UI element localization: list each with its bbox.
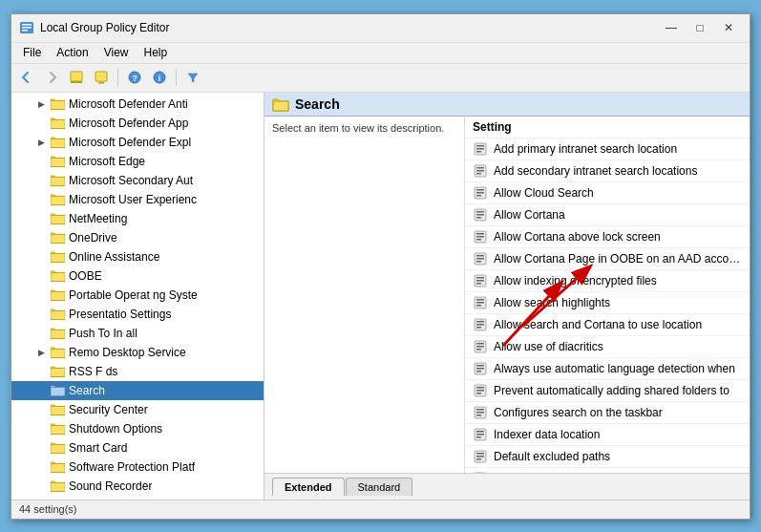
menu-help[interactable]: Help — [137, 44, 176, 61]
setting-policy-icon — [473, 405, 488, 420]
setting-row-allow-indexing[interactable]: Allow indexing of encrypted files — [465, 270, 750, 292]
tree-item-search[interactable]: Search — [11, 381, 264, 400]
svg-rect-19 — [476, 173, 481, 175]
panel-header: Search — [264, 93, 750, 117]
tree-item-presentation[interactable]: Presentatio Settings — [11, 305, 264, 324]
tree-item-remote-desktop[interactable]: ▶Remo Desktop Service — [11, 343, 264, 362]
setting-row-allow-search-cortana[interactable]: Allow search and Cortana to use location — [465, 314, 750, 336]
menu-action[interactable]: Action — [49, 44, 95, 61]
properties-button[interactable] — [90, 66, 113, 89]
tree-item-ms-secondary-aut[interactable]: Microsoft Secondary Aut — [11, 171, 264, 190]
setting-policy-icon — [473, 273, 488, 288]
settings-pane[interactable]: Setting Add primary intranet search loca… — [465, 117, 750, 473]
setting-row-prevent-auto-share[interactable]: Prevent automatically adding shared fold… — [465, 380, 750, 402]
svg-rect-34 — [476, 258, 484, 260]
tab-extended[interactable]: Extended — [272, 478, 345, 496]
setting-row-allow-search-highlights[interactable]: Allow search highlights — [465, 292, 750, 314]
description-text: Select an item to view its description. — [272, 122, 444, 134]
minimize-button[interactable]: — — [658, 17, 685, 38]
tree-label: OOBE — [69, 269, 102, 283]
setting-row-indexer-data[interactable]: Indexer data location — [465, 424, 750, 446]
menu-bar: File Action View Help — [11, 43, 750, 64]
setting-row-configure-search[interactable]: Configures search on the taskbar — [465, 402, 750, 424]
main-window: Local Group Policy Editor — □ ✕ File Act… — [11, 13, 750, 520]
tab-area: Extended Standard — [272, 478, 412, 496]
folder-icon — [50, 193, 65, 206]
tree-item-ms-user-experie[interactable]: Microsoft User Experienc — [11, 190, 264, 209]
tree-item-onedrive[interactable]: OneDrive — [11, 228, 264, 247]
tree-label: Push To In all — [69, 327, 137, 340]
maximize-button[interactable]: □ — [687, 17, 713, 38]
tree-item-security-center[interactable]: Security Center — [11, 400, 264, 419]
folder-icon — [50, 288, 65, 302]
svg-rect-25 — [476, 211, 484, 213]
setting-label: Allow search and Cortana to use location — [494, 318, 702, 331]
svg-rect-49 — [476, 343, 484, 345]
tree-item-push-to-install[interactable]: Push To In all — [11, 324, 264, 343]
menu-file[interactable]: File — [15, 44, 49, 61]
description-pane: Select an item to view its description. — [264, 117, 465, 473]
tree-item-ms-defender-app[interactable]: Microsoft Defender App — [11, 114, 264, 133]
folder-icon — [50, 250, 65, 264]
setting-policy-icon — [473, 295, 488, 310]
setting-row-add-primary[interactable]: Add primary intranet search location — [465, 138, 750, 160]
svg-text:i: i — [159, 74, 161, 83]
svg-rect-13 — [476, 145, 484, 147]
tree-item-ms-edge[interactable]: Microsoft Edge — [11, 152, 264, 171]
tree-item-rss-feeds[interactable]: RSS F ds — [11, 362, 264, 381]
tree-item-ms-defender-anti[interactable]: ▶Microsoft Defender Anti — [11, 95, 264, 114]
svg-rect-54 — [476, 368, 484, 370]
svg-rect-23 — [476, 195, 481, 197]
tree-item-online-assistance[interactable]: Online Assistance — [11, 247, 264, 266]
filter-button[interactable] — [181, 66, 204, 89]
tree-item-smart-card[interactable]: Smart Card — [11, 438, 264, 458]
setting-policy-icon — [473, 251, 488, 266]
tab-standard[interactable]: Standard — [346, 478, 413, 496]
svg-rect-14 — [476, 148, 484, 150]
tree-label: Smart Card — [69, 441, 127, 455]
close-button[interactable]: ✕ — [715, 17, 742, 38]
folder-icon — [50, 231, 65, 245]
setting-row-add-secondary[interactable]: Add secondary intranet search locations — [465, 160, 750, 182]
tree-item-ms-defender-expl[interactable]: ▶Microsoft Defender Expl — [11, 133, 264, 152]
settings-column-header: Setting — [465, 117, 750, 138]
up-button[interactable] — [65, 66, 88, 89]
main-content: ▶Microsoft Defender AntiMicrosoft Defend… — [11, 93, 750, 500]
menu-view[interactable]: View — [96, 44, 137, 61]
tree-item-sound-recorder[interactable]: Sound Recorder — [11, 477, 264, 496]
title-bar: Local Group Policy Editor — □ ✕ — [11, 14, 750, 43]
setting-label: Allow Cortana above lock screen — [494, 230, 661, 244]
back-button[interactable] — [15, 66, 38, 89]
svg-rect-1 — [22, 24, 32, 26]
svg-rect-37 — [476, 277, 484, 279]
tree-item-portable-operat[interactable]: Portable Operat ng Syste — [11, 286, 264, 305]
expand-icon: ▶ — [38, 138, 50, 147]
tree-item-netmeeting[interactable]: NetMeeting — [11, 209, 264, 228]
setting-row-default-indexed[interactable]: Default indexed paths — [465, 468, 750, 473]
svg-rect-70 — [476, 456, 484, 458]
tree-item-oobe[interactable]: OOBE — [11, 266, 264, 286]
tree-area[interactable]: ▶Microsoft Defender AntiMicrosoft Defend… — [11, 93, 264, 500]
svg-rect-71 — [476, 458, 481, 460]
tree-item-shutdown-options[interactable]: Shutdown Options — [11, 419, 264, 438]
tree-label: Microsoft Defender Expl — [69, 136, 191, 149]
info-button[interactable]: i — [148, 66, 171, 89]
setting-label: Default excluded paths — [494, 450, 610, 463]
setting-row-allow-cortana[interactable]: Allow Cortana — [465, 204, 750, 226]
setting-row-always-auto-lang[interactable]: Always use automatic language detection … — [465, 358, 750, 380]
tree-label: RSS F ds — [69, 365, 117, 378]
setting-policy-icon — [473, 185, 488, 201]
help-button[interactable]: ? — [123, 66, 146, 89]
setting-row-default-excluded[interactable]: Default excluded paths — [465, 446, 750, 468]
tree-item-software-protect[interactable]: Software Protection Platf — [11, 458, 264, 477]
setting-row-allow-cortana-oobe[interactable]: Allow Cortana Page in OOBE on an AAD acc… — [465, 248, 750, 270]
svg-rect-33 — [476, 255, 484, 257]
setting-row-allow-cortana-lock[interactable]: Allow Cortana above lock screen — [465, 226, 750, 248]
forward-button[interactable] — [40, 66, 63, 89]
setting-row-allow-diacritics[interactable]: Allow use of diacritics — [465, 336, 750, 358]
folder-icon — [50, 460, 65, 474]
expand-icon: ▶ — [38, 348, 50, 357]
bottom-bar: Extended Standard — [264, 473, 750, 500]
svg-rect-47 — [476, 327, 481, 329]
setting-row-allow-cloud-search[interactable]: Allow Cloud Search — [465, 182, 750, 204]
